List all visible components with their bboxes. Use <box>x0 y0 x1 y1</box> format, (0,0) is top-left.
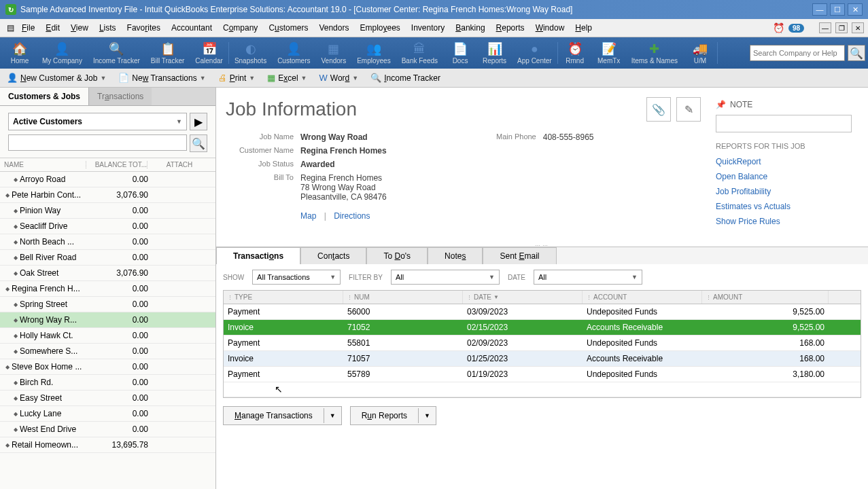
btab-notes[interactable]: Notes <box>428 247 483 264</box>
transaction-row[interactable]: Invoice7105202/15/2023Accounts Receivabl… <box>224 320 861 336</box>
customer-row[interactable]: ◆Holly Hawk Ct.0.00 <box>0 328 215 344</box>
customer-row[interactable]: ◆Birch Rd.0.00 <box>0 375 215 391</box>
action-bar: 👤 New Customer & Job ▼ 📄 New Transaction… <box>0 69 868 88</box>
tool-employees[interactable]: 👥Employees <box>351 40 396 66</box>
tool-income-tracker[interactable]: 🔍Income Tracker <box>88 40 145 66</box>
filterby-select[interactable]: All▼ <box>391 270 500 285</box>
inner-minimize-button[interactable]: — <box>819 22 831 33</box>
tool-my-company[interactable]: 👤My Company <box>37 40 88 66</box>
btab-sent-email[interactable]: Sent Email <box>483 247 556 264</box>
menu-help[interactable]: Help <box>570 21 597 35</box>
manage-transactions-button[interactable]: Manage Transactions▼ <box>223 406 342 425</box>
tool-snapshots[interactable]: ◐Snapshots <box>229 40 272 66</box>
new-customer-job-button[interactable]: 👤 New Customer & Job ▼ <box>7 73 106 83</box>
search-company-input[interactable] <box>750 45 845 61</box>
date-select[interactable]: All▼ <box>534 270 642 285</box>
directions-link[interactable]: Directions <box>334 211 370 221</box>
tool-rmnd[interactable]: ⏰Rmnd <box>558 40 592 66</box>
tool-um[interactable]: 🚚U/M <box>683 40 717 66</box>
customer-row[interactable]: ◆Pete Harbin Cont...3,076.90 <box>0 187 215 203</box>
search-company-button[interactable]: 🔍 <box>848 45 865 61</box>
attach-button[interactable]: 📎 <box>646 97 671 122</box>
customer-row[interactable]: ◆Lucky Lane0.00 <box>0 406 215 422</box>
customer-row[interactable]: ◆Retail Homeown...13,695.78 <box>0 437 215 453</box>
customer-filter-select[interactable]: Active Customers▼ <box>8 113 187 130</box>
tab-transactions-left[interactable]: Transactions <box>89 88 152 105</box>
new-transactions-button[interactable]: 📄 New Transactions ▼ <box>118 73 205 83</box>
run-reports-button[interactable]: Run Reports▼ <box>350 406 436 425</box>
menu-lists[interactable]: Lists <box>94 21 122 35</box>
customer-row[interactable]: ◆Steve Box Home ...0.00 <box>0 359 215 375</box>
link-show-price-rules[interactable]: Show Price Rules <box>716 217 852 226</box>
menu-window[interactable]: Window <box>530 21 570 35</box>
transaction-row[interactable]: Payment5580102/09/2023Undeposited Funds1… <box>224 336 861 351</box>
link-open-balance[interactable]: Open Balance <box>716 172 852 181</box>
transaction-table: ⋮TYPE ⋮NUM ⋮DATE ▼ ⋮ACCOUNT ⋮AMOUNT Paym… <box>223 290 861 398</box>
tool-items-names[interactable]: ✚Items & Names <box>626 40 683 66</box>
customer-row[interactable]: ◆Pinion Way0.00 <box>0 203 215 219</box>
transaction-row[interactable]: Invoice7105701/25/2023Accounts Receivabl… <box>224 351 861 367</box>
menu-employees[interactable]: Employees <box>354 21 405 35</box>
customer-row[interactable]: ◆Seacliff Drive0.00 <box>0 219 215 234</box>
tool-reports[interactable]: 📊Reports <box>477 40 512 66</box>
tool-bank-feeds[interactable]: 🏛Bank Feeds <box>396 41 443 66</box>
tool-memtx[interactable]: 📝MemTx <box>592 40 626 66</box>
menu-accountant[interactable]: Accountant <box>166 21 218 35</box>
transaction-row[interactable]: Payment5600003/09/2023Undeposited Funds9… <box>224 304 861 320</box>
show-select[interactable]: All Transactions▼ <box>252 270 341 285</box>
menu-banking[interactable]: Banking <box>450 21 490 35</box>
note-box[interactable] <box>716 115 852 132</box>
word-button[interactable]: W Word ▼ <box>319 73 359 83</box>
tool-customers[interactable]: 👤Customers <box>272 40 315 66</box>
menu-inventory[interactable]: Inventory <box>406 21 450 35</box>
menu-edit[interactable]: Edit <box>40 21 65 35</box>
reminders-icon[interactable]: ⏰ <box>773 22 784 33</box>
menu-vendors[interactable]: Vendors <box>313 21 354 35</box>
maximize-button[interactable]: ☐ <box>830 3 845 16</box>
menu-customers[interactable]: Customers <box>263 21 313 35</box>
btab-transactions[interactable]: Transactions <box>216 247 300 264</box>
customer-row[interactable]: ◆Bell River Road0.00 <box>0 250 215 266</box>
tool-home[interactable]: 🏠Home <box>3 40 37 66</box>
transaction-row[interactable]: Payment5578901/19/2023Undeposited Funds3… <box>224 367 861 382</box>
inner-restore-button[interactable]: ❐ <box>835 22 848 33</box>
menu-favorites[interactable]: Favorites <box>122 21 166 35</box>
link-estimates-vs-actuals[interactable]: Estimates vs Actuals <box>716 202 852 211</box>
tool-docs[interactable]: 📄Docs <box>443 40 477 66</box>
btab-todos[interactable]: To Do's <box>366 247 428 264</box>
tool-calendar[interactable]: 📅Calendar <box>190 40 228 66</box>
customer-row[interactable]: ◆Wrong Way R...0.00 <box>0 312 215 328</box>
excel-button[interactable]: ▦ Excel ▼ <box>267 73 307 83</box>
tool-bill-tracker[interactable]: 📋Bill Tracker <box>145 40 190 66</box>
edit-button[interactable]: ✎ <box>676 97 701 122</box>
tool-vendors[interactable]: ▦Vendors <box>316 40 352 66</box>
filter-expand-button[interactable]: ▶ <box>190 113 207 130</box>
reminders-badge[interactable]: 98 <box>788 24 804 33</box>
print-button[interactable]: 🖨 Print ▼ <box>218 73 256 83</box>
customer-row[interactable]: ◆Easy Street0.00 <box>0 391 215 406</box>
menu-company[interactable]: Company <box>218 21 263 35</box>
customer-search-button[interactable]: 🔍 <box>190 134 207 152</box>
menu-view[interactable]: View <box>65 21 94 35</box>
customer-row[interactable]: ◆Somewhere S...0.00 <box>0 344 215 359</box>
menu-file[interactable]: File <box>16 21 40 35</box>
customer-row[interactable]: ◆Oak Street3,076.90 <box>0 266 215 281</box>
customer-row[interactable]: ◆Arroyo Road0.00 <box>0 172 215 187</box>
minimize-button[interactable]: — <box>812 3 827 16</box>
customer-search-input[interactable] <box>8 134 187 151</box>
map-link[interactable]: Map <box>300 211 316 221</box>
customer-row[interactable]: ◆West End Drive0.00 <box>0 422 215 437</box>
menu-reports[interactable]: Reports <box>491 21 530 35</box>
tab-customers-jobs[interactable]: Customers & Jobs <box>0 88 89 105</box>
link-quickreport[interactable]: QuickReport <box>716 157 852 166</box>
customer-list[interactable]: ◆Arroyo Road0.00◆Pete Harbin Cont...3,07… <box>0 172 215 489</box>
customer-row[interactable]: ◆North Beach ...0.00 <box>0 234 215 250</box>
close-button[interactable]: ✕ <box>848 3 863 16</box>
link-job-profitability[interactable]: Job Profitability <box>716 187 852 196</box>
inner-close-button[interactable]: ✕ <box>852 22 864 33</box>
customer-row[interactable]: ◆Spring Street0.00 <box>0 297 215 312</box>
income-tracker-button[interactable]: 🔍 Income Tracker <box>370 73 440 83</box>
customer-row[interactable]: ◆Regina French H...0.00 <box>0 281 215 297</box>
tool-app-center[interactable]: ●App Center <box>512 41 557 66</box>
btab-contacts[interactable]: Contacts <box>300 247 366 264</box>
